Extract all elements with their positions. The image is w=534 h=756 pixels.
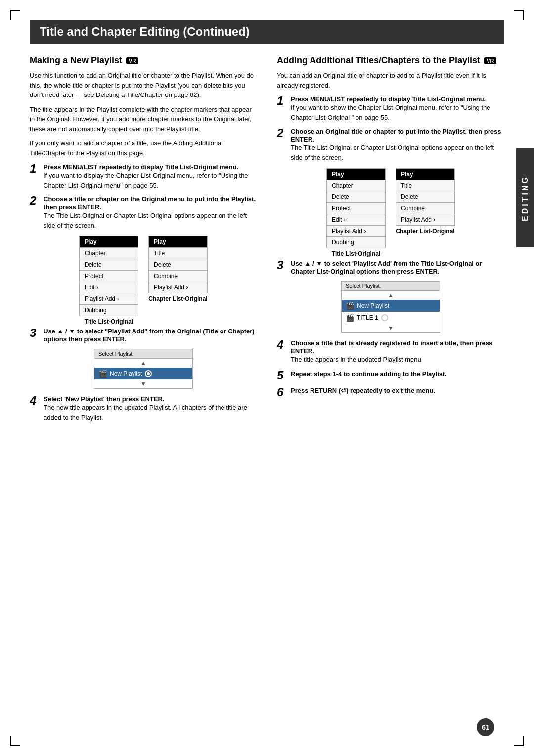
left-select-playlist-new-playlist: 🎬 New Playlist [94, 368, 192, 379]
right-chapter-menu-box: Play Title Delete Combine Playlist Add C… [396, 168, 455, 257]
left-title-menu-dubbing: Dubbing [79, 305, 138, 316]
right-menus-row: Play Chapter Delete Protect Edit Playlis… [277, 168, 504, 257]
left-title-menu-play: Play [79, 236, 138, 248]
right-title-menu-label: Title List-Original [326, 250, 386, 257]
right-column: Adding Additional Titles/Chapters to the… [277, 55, 504, 427]
right-title-menu-chapter: Chapter [326, 180, 386, 191]
left-step1-text: If you want to display the Chapter List-… [44, 171, 257, 190]
left-select-playlist-arrow-down: ▼ [94, 379, 192, 388]
right-step-6: 6 Press RETURN (⏎) repeatedly to exit th… [277, 386, 504, 398]
right-select-playlist-arrow-up: ▲ [342, 291, 440, 300]
right-select-playlist-container: Select Playlist. ▲ 🎬 New Playlist 🎬 TITL… [277, 281, 504, 333]
right-step1-bold: Press MENU/LIST repeatedly to display Ti… [291, 95, 486, 103]
right-intro: You can add an Original title or chapter… [277, 71, 504, 90]
right-chapter-menu-title: Title [396, 180, 455, 191]
right-chapter-menu-label: Chapter List-Original [396, 228, 455, 235]
left-chapter-menu-label: Chapter List-Original [148, 295, 208, 302]
right-step4-text: The title appears in the updated Playlis… [291, 355, 504, 365]
page-number: 61 [477, 718, 494, 736]
right-select-playlist-arrow-down: ▼ [342, 324, 440, 332]
right-title-menu-box: Play Chapter Delete Protect Edit Playlis… [326, 168, 386, 257]
right-select-playlist-new-playlist: 🎬 New Playlist [342, 300, 440, 312]
target-icon [145, 370, 152, 377]
left-chapter-menu-box: Play Title Delete Combine Playlist Add C… [148, 236, 208, 325]
left-step4-text: The new title appears in the updated Pla… [44, 403, 257, 422]
right-chapter-menu-delete: Delete [396, 191, 455, 203]
left-step1-bold: Press MENU/LIST repeatedly to display Ti… [44, 163, 238, 171]
right-chapter-menu-combine: Combine [396, 203, 455, 214]
right-chapter-menu-playlist-add: Playlist Add [396, 214, 455, 226]
left-section-heading: Making a New Playlist VR [30, 55, 257, 66]
left-chapter-menu-play: Play [148, 236, 208, 248]
editing-side-tab: EDITING [516, 148, 534, 247]
right-title-menu-protect: Protect [326, 203, 386, 214]
left-new-playlist-label: New Playlist [110, 370, 142, 377]
right-chapter-menu-play: Play [396, 168, 455, 180]
left-menus-row: Play Chapter Delete Protect Edit Playlis… [30, 236, 257, 325]
right-step-5: 5 Repeat steps 1-4 to continue adding to… [277, 370, 504, 381]
corner-mark-tl [10, 10, 20, 20]
right-step6-bold: Press RETURN (⏎) repeatedly to exit the … [291, 387, 435, 394]
left-step2-text: The Title List-Original or Chapter List-… [44, 211, 257, 230]
corner-mark-tr [514, 10, 524, 20]
left-select-playlist-container: Select Playlist. ▲ 🎬 New Playlist ▼ [30, 349, 257, 389]
left-heading-text: Making a New Playlist [30, 55, 122, 66]
film-icon: 🎬 [98, 370, 107, 378]
left-step2-bold: Choose a title or chapter on the Origina… [44, 195, 256, 211]
left-select-playlist-arrow-up: ▲ [94, 359, 192, 368]
right-select-playlist-box: Select Playlist. ▲ 🎬 New Playlist 🎬 TITL… [341, 281, 440, 333]
left-step3-bold: Use ▲ / ▼ to select "Playlist Add" from … [44, 328, 255, 343]
film-icon-right: 🎬 [346, 302, 354, 310]
right-step-2: 2 Choose an Original title or chapter to… [277, 127, 504, 162]
film-icon-right2: 🎬 [346, 314, 354, 322]
right-step-3: 3 Use ▲ / ▼ to select 'Playlist Add' fro… [277, 259, 504, 275]
left-title-menu-label: Title List-Original [79, 318, 138, 325]
left-vr-badge: VR [126, 57, 138, 64]
left-step-4: 4 Select 'New Playlist' then press ENTER… [30, 395, 257, 422]
right-title1-label: TITLE 1 [357, 314, 378, 321]
left-title-menu-playlist-add: Playlist Add [79, 293, 138, 305]
right-select-playlist-item2: 🎬 TITLE 1 [342, 312, 440, 324]
right-title-menu-dubbing: Dubbing [326, 237, 386, 248]
right-section-heading: Adding Additional Titles/Chapters to the… [277, 55, 504, 66]
left-chapter-menu-delete: Delete [148, 259, 208, 271]
left-step-3: 3 Use ▲ / ▼ to select "Playlist Add" fro… [30, 327, 257, 343]
right-step-4: 4 Choose a title that is already registe… [277, 339, 504, 365]
right-title-menu-edit: Edit [326, 214, 386, 226]
left-title-menu-chapter: Chapter [79, 248, 138, 259]
right-step2-bold: Choose an Original title or chapter to p… [291, 128, 501, 143]
page-title: Title and Chapter Editing (Continued) [30, 20, 504, 44]
right-heading-text: Adding Additional Titles/Chapters to the… [277, 55, 480, 66]
left-intro-1: Use this function to add an Original tit… [30, 71, 257, 100]
left-title-menu-edit: Edit [79, 282, 138, 293]
left-column: Making a New Playlist VR Use this functi… [30, 55, 257, 427]
left-step4-bold: Select 'New Playlist' then press ENTER. [44, 395, 165, 403]
right-title-menu-play: Play [326, 168, 386, 180]
left-chapter-menu-title: Title [148, 248, 208, 259]
left-step-2: 2 Choose a title or chapter on the Origi… [30, 195, 257, 230]
right-step4-bold: Choose a title that is already registere… [291, 339, 492, 355]
corner-mark-br [514, 736, 524, 746]
left-intro-3: If you only want to add a chapter of a t… [30, 139, 257, 158]
right-title-menu-delete: Delete [326, 191, 386, 203]
left-title-menu-box: Play Chapter Delete Protect Edit Playlis… [79, 236, 138, 325]
right-step5-bold: Repeat steps 1-4 to continue adding to t… [291, 370, 446, 378]
page-container: EDITING Title and Chapter Editing (Conti… [0, 0, 534, 756]
right-step1-text: If you want to show the Chapter List-Ori… [291, 103, 504, 122]
left-intro-2: The title appears in the Playlist comple… [30, 105, 257, 134]
two-column-layout: Making a New Playlist VR Use this functi… [30, 55, 504, 427]
side-tab-label: EDITING [521, 175, 530, 221]
right-title-menu-playlist-add: Playlist Add [326, 226, 386, 237]
left-title-menu-delete: Delete [79, 259, 138, 271]
left-chapter-menu-combine: Combine [148, 271, 208, 282]
left-title-menu-protect: Protect [79, 271, 138, 282]
right-step2-text: The Title List-Original or Chapter List-… [291, 143, 504, 162]
right-step3-bold: Use ▲ / ▼ to select 'Playlist Add' from … [291, 260, 482, 275]
circle-icon-right [381, 314, 388, 321]
right-vr-badge: VR [484, 57, 496, 64]
left-chapter-menu-playlist-add: Playlist Add [148, 282, 208, 293]
left-step-1: 1 Press MENU/LIST repeatedly to display … [30, 163, 257, 190]
left-select-playlist-title: Select Playlist. [94, 349, 192, 359]
corner-mark-bl [10, 736, 20, 746]
right-step-1: 1 Press MENU/LIST repeatedly to display … [277, 95, 504, 122]
